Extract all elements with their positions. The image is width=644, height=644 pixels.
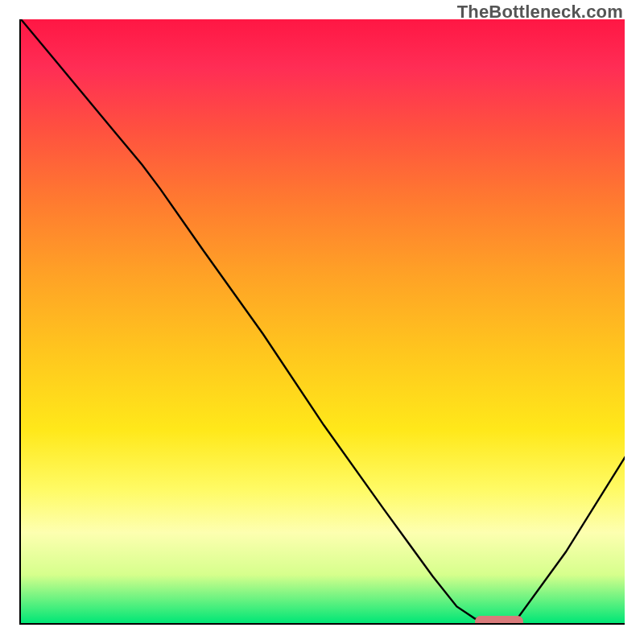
bottleneck-curve	[21, 19, 625, 625]
plot-area	[19, 19, 625, 625]
optimal-range-marker	[475, 616, 523, 625]
bottleneck-chart: TheBottleneck.com	[0, 0, 644, 644]
curve-layer	[21, 19, 625, 625]
